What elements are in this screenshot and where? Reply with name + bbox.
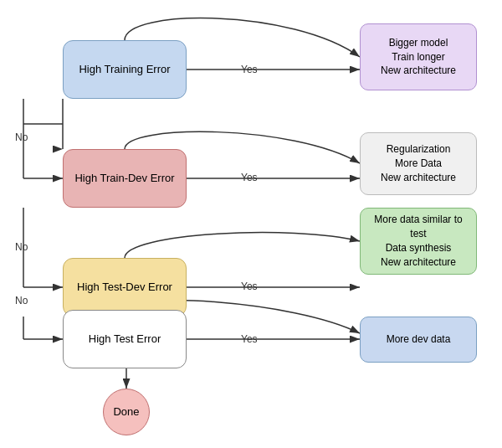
node-done-label: Done <box>113 405 139 420</box>
node-training: High Training Error <box>63 40 187 99</box>
diagram: High Training Error High Train-Dev Error… <box>0 0 502 448</box>
node-testdev-label: High Test-Dev Error <box>77 281 172 295</box>
node-done: Done <box>103 389 150 435</box>
result-regularization-label: RegularizationMore DataNew architecture <box>381 142 456 184</box>
node-test-label: High Test Error <box>89 332 161 347</box>
label-yes3: Yes <box>241 281 258 292</box>
label-yes4: Yes <box>241 333 258 345</box>
label-no2: No <box>15 241 28 253</box>
result-moredata-label: More data similar to testData synthesisN… <box>367 213 469 269</box>
node-testdev: High Test-Dev Error <box>63 258 187 317</box>
label-no3: No <box>15 295 28 306</box>
node-traindev-label: High Train-Dev Error <box>74 172 174 186</box>
label-no1: No <box>15 131 28 143</box>
result-regularization: RegularizationMore DataNew architecture <box>360 132 477 195</box>
node-test: High Test Error <box>63 310 187 368</box>
node-training-label: High Training Error <box>79 63 170 77</box>
result-bigger-label: Bigger modelTrain longerNew architecture <box>381 36 456 78</box>
result-devdata: More dev data <box>360 317 477 363</box>
label-yes1: Yes <box>241 64 258 75</box>
result-devdata-label: More dev data <box>387 332 451 347</box>
result-bigger: Bigger modelTrain longerNew architecture <box>360 23 477 90</box>
result-moredata: More data similar to testData synthesisN… <box>360 208 477 275</box>
node-traindev: High Train-Dev Error <box>63 149 187 208</box>
label-yes2: Yes <box>241 172 258 183</box>
